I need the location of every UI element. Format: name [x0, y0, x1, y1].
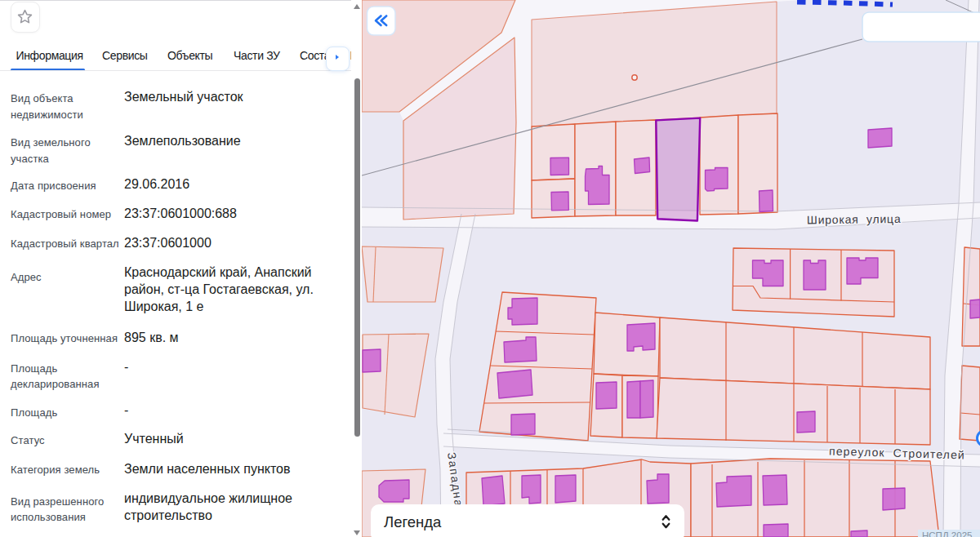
svg-text:Широкая улица: Широкая улица: [807, 212, 902, 227]
svg-text:Легенда: Легенда: [384, 513, 442, 530]
svg-text:НСПД 2025: НСПД 2025: [922, 530, 972, 537]
